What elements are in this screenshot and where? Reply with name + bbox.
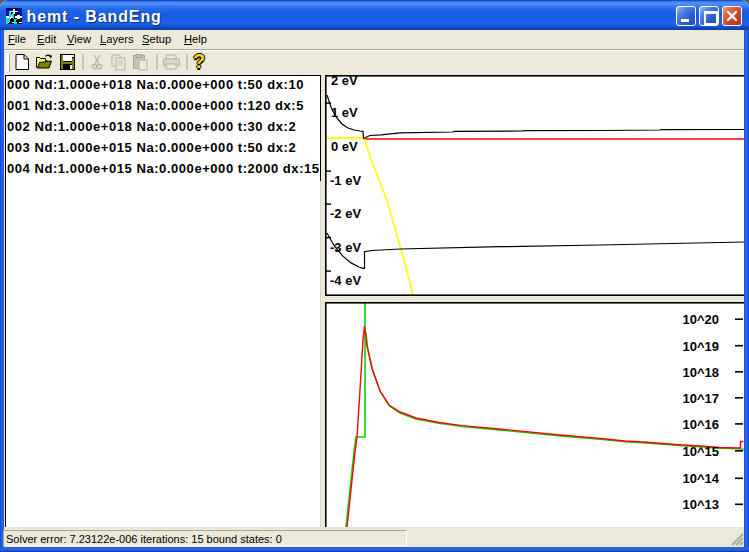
svg-text:-4 eV: -4 eV [330, 273, 361, 288]
svg-text:10^20: 10^20 [682, 312, 719, 327]
svg-text:10^13: 10^13 [682, 497, 719, 512]
svg-text:2 eV: 2 eV [331, 75, 358, 88]
svg-text:10^18: 10^18 [682, 365, 719, 380]
svg-text:-1 eV: -1 eV [330, 173, 361, 188]
svg-text:1 eV: 1 eV [331, 105, 358, 120]
svg-text:-2 eV: -2 eV [330, 206, 361, 221]
svg-text:-3 eV: -3 eV [330, 240, 361, 255]
svg-text:10^19: 10^19 [682, 339, 719, 354]
svg-text:10^14: 10^14 [682, 471, 719, 486]
svg-text:10^15: 10^15 [682, 444, 719, 459]
svg-text:0 eV: 0 eV [331, 139, 358, 154]
svg-text:10^16: 10^16 [682, 417, 719, 432]
svg-text:10^17: 10^17 [682, 391, 719, 406]
